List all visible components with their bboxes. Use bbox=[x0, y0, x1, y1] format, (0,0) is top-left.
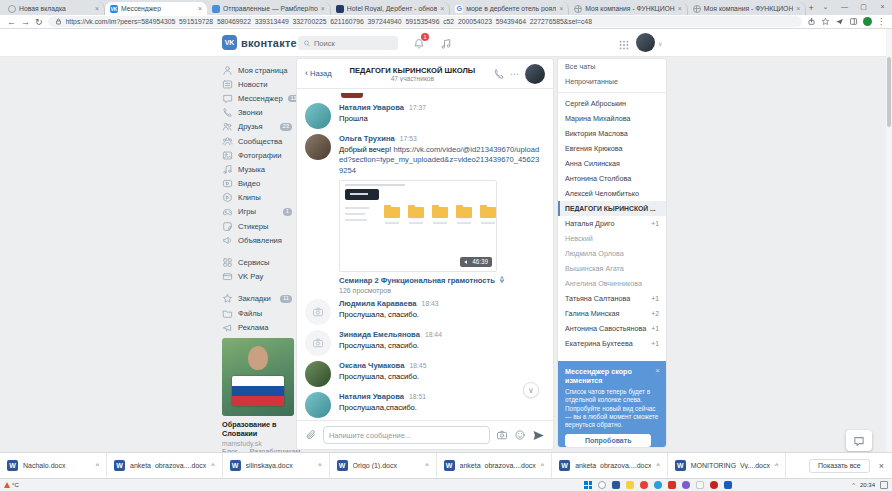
download-menu-icon[interactable]: ^ bbox=[211, 462, 214, 469]
support-chat-widget[interactable] bbox=[846, 430, 872, 451]
app-taskbar-icon[interactable] bbox=[724, 481, 732, 489]
share-icon[interactable] bbox=[807, 17, 816, 26]
browser-menu-icon[interactable]: ⋮ bbox=[877, 17, 885, 26]
sidebar-item-files[interactable]: Файлы bbox=[222, 306, 292, 320]
app-taskbar-icon[interactable] bbox=[696, 481, 704, 489]
notification-center-icon[interactable] bbox=[880, 481, 888, 489]
avatar[interactable] bbox=[305, 392, 331, 418]
download-item[interactable]: W anketa_obrazova....docx ^ bbox=[552, 453, 668, 478]
back-icon[interactable]: ← bbox=[7, 16, 16, 28]
dialog-item[interactable]: Татьяна Салтанова+1 bbox=[558, 291, 666, 306]
download-item[interactable]: W anketa_obrazova....docx ^ bbox=[107, 453, 223, 478]
sidebar-item-bookmarks[interactable]: Закладки 11 bbox=[222, 292, 292, 306]
message-input[interactable] bbox=[323, 426, 490, 444]
chat-menu-icon[interactable]: ⋯ bbox=[510, 69, 520, 79]
search-input[interactable] bbox=[314, 39, 393, 48]
sidebar-item-communities[interactable]: Сообщества bbox=[222, 134, 292, 148]
close-downloads-icon[interactable]: × bbox=[879, 461, 884, 471]
reload-icon[interactable]: ↻ bbox=[35, 16, 43, 28]
message-author[interactable]: Наталия Уварова bbox=[339, 103, 404, 112]
dialog-item[interactable]: Анна Силинская bbox=[558, 156, 666, 171]
app-taskbar-icon[interactable] bbox=[710, 481, 718, 489]
dialog-item[interactable]: Людмила Орлова bbox=[558, 246, 666, 261]
side-panel-icon[interactable] bbox=[849, 17, 858, 26]
tab-close-icon[interactable]: × bbox=[198, 5, 202, 12]
ad-title[interactable]: Образование в Словакии bbox=[222, 420, 294, 438]
close-window-button[interactable]: × bbox=[873, 0, 892, 15]
bookmark-star-icon[interactable] bbox=[821, 17, 830, 26]
dialog-item[interactable]: Марина Михайлова bbox=[558, 111, 666, 126]
browser-profile-avatar[interactable] bbox=[863, 17, 872, 26]
download-menu-icon[interactable]: ^ bbox=[318, 462, 321, 469]
dialog-item[interactable]: Невский bbox=[558, 231, 666, 246]
sidebar-item-news[interactable]: Новости bbox=[222, 77, 292, 91]
avatar[interactable] bbox=[305, 134, 331, 160]
apps-grid-button[interactable] bbox=[618, 37, 630, 55]
send-icon[interactable] bbox=[532, 429, 545, 442]
download-item[interactable]: W Nachalo.docx ^ bbox=[0, 453, 107, 478]
chat-title-box[interactable]: ПЕДАГОГИ КЫРИНСКОЙ ШКОЛЫ 47 участников bbox=[337, 66, 488, 82]
tab-rambler-mail[interactable]: Отправленные — Рамблер/по × bbox=[207, 2, 331, 15]
video-attachment[interactable]: 46:39 bbox=[339, 180, 497, 272]
close-icon[interactable]: × bbox=[655, 366, 660, 375]
dialog-item[interactable]: Антонина Савостьянова+1 bbox=[558, 321, 666, 336]
sidebar-ad[interactable]: Образование в Словакии mamstudy.sk bbox=[222, 338, 294, 447]
dialog-item[interactable]: Виктория Маслова bbox=[558, 126, 666, 141]
tab-messenger[interactable]: VK Мессенджер × bbox=[105, 2, 207, 15]
download-item[interactable]: W silinskaya.docx ^ bbox=[223, 453, 330, 478]
dialog-item[interactable]: Вышинская Агата bbox=[558, 261, 666, 276]
message-author[interactable]: Ольга Трухина bbox=[339, 134, 395, 143]
tab-search-icon[interactable]: ⌄ bbox=[816, 0, 835, 15]
music-button[interactable] bbox=[440, 36, 452, 54]
dialog-item[interactable]: Наталья Дриго+1 bbox=[558, 216, 666, 231]
filter-all-chats[interactable]: Все чаты bbox=[558, 59, 666, 74]
forward-icon[interactable]: → bbox=[21, 16, 30, 28]
sidebar-item-photos[interactable]: Фотографии bbox=[222, 148, 292, 162]
vk-search[interactable] bbox=[298, 36, 398, 50]
sidebar-item-games[interactable]: Игры 1 bbox=[222, 205, 292, 219]
smiley-icon[interactable] bbox=[514, 429, 526, 441]
weather-widget[interactable]: °C bbox=[0, 482, 23, 488]
telegram-taskbar-icon[interactable] bbox=[654, 481, 662, 489]
scroll-to-bottom-button[interactable]: ∨ bbox=[523, 382, 539, 398]
chevron-down-icon[interactable]: ∨ bbox=[658, 40, 662, 47]
page-scrollbar[interactable] bbox=[886, 29, 892, 452]
tab-close-icon[interactable]: × bbox=[796, 5, 800, 12]
dialog-item[interactable]: Ангелина Овчинникова bbox=[558, 276, 666, 291]
download-item[interactable]: W MONITORING_Vy....docx ^ bbox=[668, 453, 787, 478]
download-item[interactable]: W anketa_obrazova....docx ^ bbox=[437, 453, 553, 478]
tab-close-icon[interactable]: × bbox=[440, 5, 444, 12]
search-taskbar-icon[interactable] bbox=[598, 481, 606, 489]
message-author[interactable]: Зинаида Емельянова bbox=[339, 330, 420, 339]
scrollbar-thumb[interactable] bbox=[887, 57, 891, 127]
sidebar-item-music[interactable]: Музыка bbox=[222, 162, 292, 176]
tab-close-icon[interactable]: × bbox=[95, 5, 99, 12]
download-item[interactable]: W Origo (1).docx ^ bbox=[330, 453, 437, 478]
maximize-button[interactable]: ▢ bbox=[854, 0, 873, 15]
address-bar[interactable]: https://vk.com/im?peers=584954305_591519… bbox=[48, 16, 802, 27]
dialog-item[interactable]: Алексей Челомбитько bbox=[558, 186, 666, 201]
dialog-item[interactable]: Екатерина Бухтеева+1 bbox=[558, 336, 666, 351]
download-menu-icon[interactable]: ^ bbox=[775, 462, 778, 469]
sidebar-item-friends[interactable]: Друзья 23 bbox=[222, 120, 292, 134]
sidebar-item-stickers[interactable]: Стикеры bbox=[222, 219, 292, 233]
paperclip-icon[interactable] bbox=[305, 429, 317, 441]
browser-taskbar-icon[interactable] bbox=[640, 481, 648, 489]
download-menu-icon[interactable]: ^ bbox=[656, 462, 659, 469]
download-menu-icon[interactable]: ^ bbox=[96, 462, 99, 469]
download-menu-icon[interactable]: ^ bbox=[425, 462, 428, 469]
dialog-item[interactable]: Антонина Столбова bbox=[558, 171, 666, 186]
explorer-taskbar-icon[interactable] bbox=[626, 481, 634, 489]
sidebar-item-clips[interactable]: Клипы bbox=[222, 191, 292, 205]
tab-new[interactable]: Новая вкладка × bbox=[3, 2, 105, 15]
download-menu-icon[interactable]: ^ bbox=[541, 462, 544, 469]
sidebar-item-messenger[interactable]: Мессенджер 11 bbox=[222, 91, 292, 105]
avatar-placeholder[interactable] bbox=[305, 299, 331, 325]
tab-company-2[interactable]: Моя компания - ФУНКЦИОН × bbox=[688, 2, 807, 15]
dialog-item-active[interactable]: ПЕДАГОГИ КЫРИНСКОЙ ... bbox=[558, 201, 666, 216]
filter-unread[interactable]: Непрочитанные bbox=[558, 74, 666, 89]
message-author[interactable]: Людмила Караваева bbox=[339, 299, 417, 308]
sidebar-item-calls[interactable]: Звонки bbox=[222, 106, 292, 120]
avatar[interactable] bbox=[305, 103, 331, 129]
sidebar-item-video[interactable]: Видео bbox=[222, 177, 292, 191]
